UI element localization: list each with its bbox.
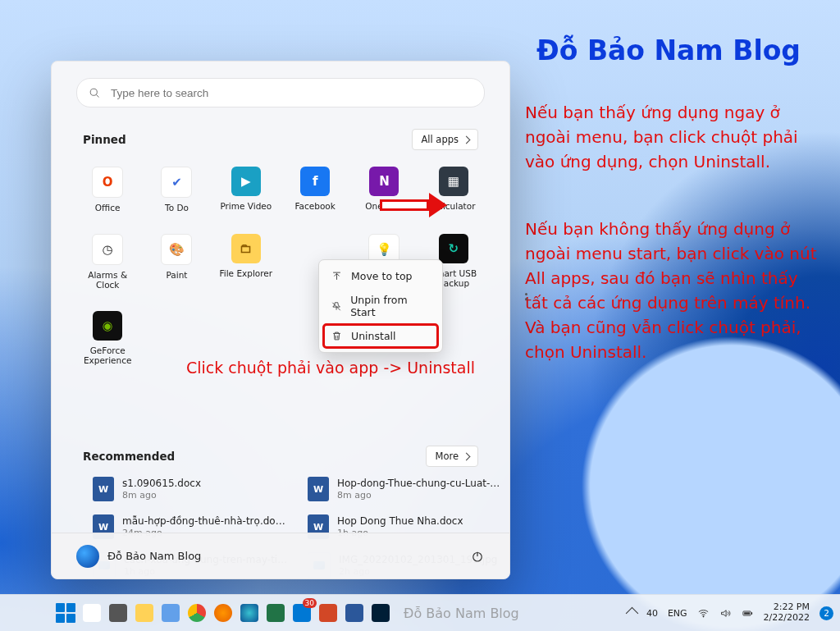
tray-language[interactable]: ENG (668, 608, 687, 619)
pinned-app-file-explorer[interactable]: 🗀File Explorer (212, 231, 281, 293)
pinned-app-geforce-experience[interactable]: ◉GeForce Experience (73, 308, 142, 368)
pinned-app-paint[interactable]: 🎨Paint (142, 231, 211, 293)
app-label: Paint (167, 270, 188, 280)
taskview-icon (109, 604, 127, 622)
taskbar-settings-button[interactable] (159, 601, 182, 624)
app-label: Facebook (294, 201, 335, 211)
pinned-app-facebook[interactable]: fFacebook (281, 163, 349, 216)
move-top-icon (331, 270, 343, 282)
svg-line-1 (96, 94, 98, 97)
ctx-move-to-top[interactable]: Move to top (323, 264, 438, 288)
photoshop-icon (372, 604, 390, 622)
ctx-uninstall-label: Uninstall (351, 330, 396, 342)
edge-icon (240, 604, 258, 622)
power-icon (470, 549, 485, 564)
file-name: Hop-dong-Thue-chung-cu-Luat-D... (337, 478, 501, 490)
svg-rect-8 (744, 612, 750, 615)
recommended-item[interactable]: Ws1.090615.docx8m ago (93, 477, 288, 501)
taskbar-apps: 30 (54, 601, 392, 624)
windows-logo-icon (56, 603, 75, 623)
context-menu: Move to top Unpin from Start Uninstall (318, 259, 443, 353)
start-menu-footer: Đỗ Bảo Nam Blog (52, 533, 509, 578)
battery-icon[interactable] (742, 607, 754, 620)
app-label: Alarms & Clock (75, 270, 139, 290)
pinned-title: Pinned (83, 133, 126, 146)
taskbar-start-button[interactable] (54, 601, 77, 624)
app-icon: ▶ (231, 167, 261, 196)
taskbar: 30 Đỗ Bảo Nam Blog 40 ENG 2:22 PM 2/22/2… (0, 594, 840, 631)
svg-point-5 (702, 615, 703, 616)
file-time: 8m ago (122, 490, 201, 501)
taskbar-watermark: Đỗ Bảo Nam Blog (404, 606, 519, 621)
ctx-unpin[interactable]: Unpin from Start (323, 288, 438, 324)
taskbar-outlook-button[interactable]: 30 (290, 601, 313, 624)
taskbar-excel-button[interactable] (264, 601, 287, 624)
svg-point-0 (90, 89, 97, 95)
tray-temperature[interactable]: 40 (646, 608, 658, 619)
taskbar-taskview-button[interactable] (107, 601, 130, 624)
app-icon: ◷ (92, 234, 123, 265)
start-menu-panel: Pinned All apps OOffice✔To Do▶Prime Vide… (51, 61, 510, 579)
notification-badge[interactable]: 2 (819, 606, 833, 620)
page-dots-button[interactable] (525, 293, 527, 300)
wifi-icon[interactable] (697, 607, 710, 620)
word-doc-icon: W (93, 477, 114, 501)
word-doc-icon: W (308, 477, 329, 501)
app-icon: 🎨 (161, 234, 192, 265)
file-name: mẫu-hợp-đồng-thuê-nhà-trọ.docx (122, 515, 286, 528)
recommended-item[interactable]: WHop-dong-Thue-chung-cu-Luat-D...8m ago (308, 477, 501, 501)
settings-icon (162, 604, 180, 622)
word-icon (345, 604, 363, 622)
volume-icon[interactable] (719, 607, 732, 620)
app-icon: ✔ (161, 167, 192, 198)
tray-overflow-button[interactable] (626, 606, 639, 620)
date: 2/22/2022 (764, 613, 810, 624)
pinned-app-to-do[interactable]: ✔To Do (142, 163, 211, 216)
all-apps-label: All apps (421, 134, 459, 145)
search-icon (83, 604, 101, 622)
explorer-icon (135, 604, 153, 622)
chevron-right-icon (463, 452, 471, 460)
app-label: Prime Video (220, 201, 272, 211)
taskbar-photoshop-button[interactable] (369, 601, 392, 624)
power-button[interactable] (470, 549, 485, 564)
ctx-move-label: Move to top (351, 270, 413, 282)
app-icon: f (300, 167, 330, 196)
app-label: File Explorer (220, 268, 273, 278)
taskbar-search-button[interactable] (80, 601, 103, 624)
ctx-uninstall[interactable]: Uninstall (323, 324, 438, 348)
taskbar-chrome-button[interactable] (185, 601, 208, 624)
clock[interactable]: 2:22 PM 2/22/2022 (764, 602, 810, 623)
caption-annotation: Click chuột phải vào app -> Uninstall (186, 359, 475, 377)
more-label: More (435, 450, 459, 462)
pinned-app-office[interactable]: OOffice (73, 163, 142, 216)
more-button[interactable]: More (426, 446, 478, 467)
user-account-button[interactable]: Đỗ Bảo Nam Blog (76, 545, 201, 568)
chrome-icon (188, 604, 206, 622)
all-apps-button[interactable]: All apps (412, 129, 478, 150)
powerpoint-icon (319, 604, 337, 622)
taskbar-edge-button[interactable] (238, 601, 261, 624)
app-icon: ↻ (439, 234, 468, 263)
firefox-icon (214, 604, 232, 622)
taskbar-powerpoint-button[interactable] (317, 601, 340, 624)
recommended-title: Recommended (83, 450, 175, 463)
excel-icon (267, 604, 285, 622)
taskbar-explorer-button[interactable] (133, 601, 156, 624)
pinned-app-prime-video[interactable]: ▶Prime Video (212, 163, 281, 216)
file-name: s1.090615.docx (122, 478, 201, 490)
annotation-arrow (380, 193, 447, 217)
desktop: Đỗ Bảo Nam Blog Nếu bạn thấy ứng dụng ng… (0, 0, 840, 631)
file-name: Hop Dong Thue Nha.docx (337, 515, 463, 528)
outlook-badge: 30 (303, 598, 317, 608)
pinned-app-alarms-&-clock[interactable]: ◷Alarms & Clock (73, 231, 142, 293)
search-icon (89, 87, 101, 99)
taskbar-word-button[interactable] (343, 601, 366, 624)
app-icon: 🗀 (231, 234, 261, 263)
search-input[interactable] (109, 86, 472, 100)
search-box[interactable] (76, 78, 485, 107)
app-icon: N (369, 167, 399, 196)
taskbar-firefox-button[interactable] (212, 601, 235, 624)
instruction-2: Nếu bạn không thấy ứng dụng ở ngoài menu… (525, 217, 820, 364)
app-label: Office (95, 203, 121, 213)
